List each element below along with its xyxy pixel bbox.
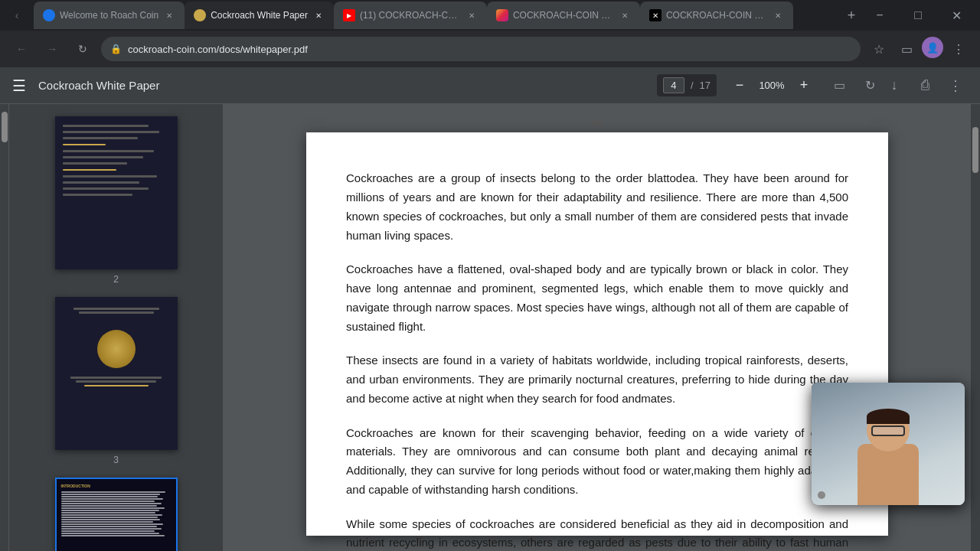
tab-close-4[interactable]: ✕ [619, 9, 631, 21]
more-tools-button[interactable]: ⋮ [943, 73, 968, 98]
pdf-zoom-controls: − 100% + [729, 75, 815, 96]
back-button[interactable]: ← [9, 37, 34, 61]
tab-close-1[interactable]: ✕ [163, 9, 175, 21]
thumbnail-page-2[interactable]: 2 [55, 116, 178, 285]
tab-close-3[interactable]: ✕ [466, 9, 478, 21]
tab-scroll-back[interactable]: ‹ [6, 5, 28, 26]
pdf-paragraph-3: These insects are found in a variety of … [346, 351, 848, 408]
rotate-button[interactable]: ↻ [858, 73, 882, 98]
page-number-input[interactable]: 4 [663, 77, 684, 93]
favicon-roach [43, 9, 55, 21]
pdf-actions: ↓ ⎙ ⋮ [882, 73, 968, 98]
zoom-level: 100% [756, 80, 787, 91]
lock-icon: 🔒 [110, 44, 122, 54]
pdf-right-scrollbar [971, 104, 980, 551]
tab-instagram-1[interactable]: COCKROACH-COIN G2 ( ✕ [487, 2, 640, 29]
print-button[interactable]: ⎙ [913, 73, 937, 98]
favicon-instagram-1 [496, 9, 508, 21]
video-person [812, 383, 965, 505]
favicon-youtube: ▶ [343, 9, 355, 21]
pdf-title: Cockroach White Paper [38, 79, 657, 92]
zoom-out-button[interactable]: − [729, 75, 750, 96]
favicon-cockroach [194, 9, 206, 21]
close-window-button[interactable]: ✕ [939, 0, 974, 31]
pdf-paragraph-5: While some species of cockroaches are co… [346, 515, 848, 551]
tab-title-2: Cockroach White Paper [211, 10, 308, 21]
video-indicator-dot [818, 491, 825, 499]
thumb4-header-text: INTRODUCTION [61, 484, 172, 488]
thumbnail-number-2: 2 [113, 274, 119, 285]
tab-whitepaper[interactable]: Cockroach White Paper ✕ [185, 2, 334, 29]
new-tab-button[interactable]: + [841, 5, 862, 26]
tab-title-4: COCKROACH-COIN G2 ( [513, 10, 614, 21]
tab-youtube[interactable]: ▶ (11) COCKROACH-COIN ✕ [334, 2, 487, 29]
zoom-in-button[interactable]: + [793, 75, 815, 96]
split-screen-button[interactable]: ▭ [894, 37, 919, 61]
fit-page-button[interactable]: ▭ [827, 73, 851, 98]
maximize-button[interactable]: □ [900, 0, 936, 31]
tab-close-2[interactable]: ✕ [312, 9, 325, 21]
page-total: 17 [700, 80, 710, 91]
thumbnail-page-4[interactable]: INTRODUCTION [55, 478, 178, 551]
thumbnail-sidebar: 2 3 [9, 104, 224, 551]
download-button[interactable]: ↓ [882, 73, 906, 98]
tabs-container: Welcome to Roach Coin ✕ Cockroach White … [34, 2, 838, 29]
url-text: cockroach-coin.com/docs/whitepaper.pdf [128, 44, 851, 55]
pdf-menu-icon[interactable]: ☰ [12, 77, 26, 95]
pdf-paragraph-1: Cockroaches are a group of insects belon… [346, 169, 848, 245]
video-overlay [812, 383, 965, 505]
address-actions: ☆ ▭ 👤 ⋮ [867, 37, 971, 61]
thumbnail-4-preview: INTRODUCTION [55, 478, 178, 551]
tab-bar: ‹ Welcome to Roach Coin ✕ Cockroach Whit… [0, 0, 980, 31]
tab-title-1: Welcome to Roach Coin [60, 10, 158, 21]
minimize-button[interactable]: − [862, 0, 897, 31]
tab-title-3: (11) COCKROACH-COIN [360, 10, 461, 21]
bookmark-button[interactable]: ☆ [867, 37, 891, 61]
thumbnail-2-preview [55, 116, 178, 269]
pdf-paragraph-4: Cockroaches are known for their scavengi… [346, 424, 848, 500]
tab-title-5: COCKROACH-COIN G2 ( [666, 10, 767, 21]
pdf-tools: ▭ ↻ [827, 73, 882, 98]
tab-welcome-roach[interactable]: Welcome to Roach Coin ✕ [34, 2, 185, 29]
pdf-toolbar: ☰ Cockroach White Paper 4 / 17 − 100% + … [0, 67, 980, 104]
refresh-button[interactable]: ↻ [70, 37, 95, 61]
thumbnail-page-3[interactable]: 3 [55, 297, 178, 465]
more-button[interactable]: ⋮ [946, 37, 971, 61]
pdf-page-nav: 4 / 17 [657, 74, 717, 96]
page-separator: / [691, 80, 694, 91]
thumbnail-3-preview [55, 297, 178, 450]
thumbnail-scroll-track [0, 104, 9, 551]
tab-twitter[interactable]: ✕ COCKROACH-COIN G2 ( ✕ [640, 2, 793, 29]
pdf-paragraph-2: Cockroaches have a flattened, oval-shape… [346, 260, 848, 336]
tab-close-5[interactable]: ✕ [772, 9, 784, 21]
thumbnail-number-3: 3 [113, 455, 119, 465]
pdf-page-4: Cockroaches are a group of insects belon… [306, 132, 888, 536]
tab-bar-left: ‹ [6, 5, 28, 26]
thumbnail-scroll-thumb[interactable] [2, 112, 8, 142]
profile-button[interactable]: 👤 [922, 37, 943, 58]
url-bar[interactable]: 🔒 cockroach-coin.com/docs/whitepaper.pdf [101, 37, 861, 61]
favicon-twitter: ✕ [649, 9, 662, 21]
window-controls: − □ ✕ [862, 0, 974, 31]
forward-button[interactable]: → [40, 37, 64, 61]
address-bar: ← → ↻ 🔒 cockroach-coin.com/docs/whitepap… [0, 31, 980, 67]
page-top-indicator [593, 119, 602, 126]
pdf-scroll-thumb[interactable] [972, 127, 978, 173]
